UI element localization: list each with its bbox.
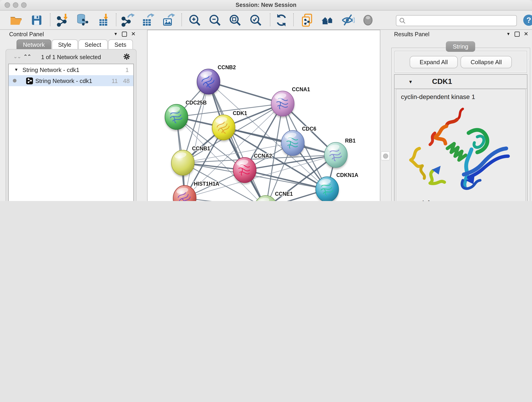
tab-network[interactable]: Network xyxy=(17,39,51,50)
save-floppy-icon xyxy=(30,14,43,27)
network-node-CCNB2[interactable]: CCNB2 xyxy=(197,64,236,96)
network-node-HIST1H1A[interactable]: HIST1H1A xyxy=(173,181,219,201)
crosslinks-title: CrossLinks xyxy=(401,199,434,201)
node-label-CDC25B: CDC25B xyxy=(186,100,207,106)
network-node-CDK1[interactable]: CDK1 xyxy=(212,110,247,142)
zoom-fit-icon xyxy=(228,13,242,27)
panel-collapse-icon[interactable]: ▼ xyxy=(506,32,510,36)
export-image-button[interactable] xyxy=(161,13,176,27)
eye-slash-icon xyxy=(341,13,355,27)
refresh-arrows-icon xyxy=(274,13,288,27)
export-table-button[interactable] xyxy=(140,13,155,27)
gene-name: CDK1 xyxy=(432,77,452,86)
network-collection-label: String Network - cdk1 xyxy=(22,66,80,73)
tab-sets[interactable]: Sets xyxy=(108,39,133,50)
node-label-RB1: RB1 xyxy=(345,138,355,144)
network-node-CDKN1A[interactable]: CDKN1A xyxy=(316,172,358,201)
right-splitter-handle[interactable] xyxy=(381,151,390,160)
panel-close-icon[interactable]: ✕ xyxy=(524,31,528,37)
network-status-dot xyxy=(13,79,17,83)
save-session-button[interactable] xyxy=(29,13,44,27)
open-folder-icon xyxy=(9,13,23,27)
apply-layout-button[interactable] xyxy=(274,13,289,27)
cdk1-result-card: ▼ CDK1 cyclin-dependent kinase 1 xyxy=(394,74,527,201)
node-label-CDK1: CDK1 xyxy=(233,110,247,116)
window-title: Session: New Session xyxy=(0,2,532,8)
clone-network-button[interactable] xyxy=(300,13,314,27)
node-label-CCNE1: CCNE1 xyxy=(275,191,293,197)
eye-gray-icon xyxy=(361,13,375,27)
import-network-database-button[interactable] xyxy=(75,13,90,27)
edge-count: 48 xyxy=(123,77,130,84)
svg-text:?: ? xyxy=(526,16,531,24)
search-input[interactable] xyxy=(407,17,514,24)
node-label-CDKN1A: CDKN1A xyxy=(336,172,358,178)
network-row-selected[interactable]: String Network - cdk1 11 48 xyxy=(9,75,133,86)
collection-count: 1 xyxy=(126,66,129,73)
import-network-file-button[interactable] xyxy=(56,13,70,27)
tab-select[interactable]: Select xyxy=(78,39,108,50)
cdk1-card-header[interactable]: ▼ CDK1 xyxy=(394,75,527,89)
help-button[interactable]: ? xyxy=(521,13,532,27)
houses-icon xyxy=(321,13,335,27)
main-toolbar: ? xyxy=(0,11,532,30)
network-options-gear-icon[interactable] xyxy=(123,53,131,61)
panel-float-icon[interactable] xyxy=(515,32,520,36)
zoom-out-icon xyxy=(208,13,222,27)
toolbar-separator xyxy=(270,13,270,26)
results-panel-title: Results Panel xyxy=(394,31,429,38)
cytoscape-window: Session: New Session xyxy=(0,0,532,201)
network-tab-body: ⌄⌄ ⌃⌃ 1 of 1 Network selected ▼ String N… xyxy=(6,49,137,201)
node-label-CCNA1: CCNA1 xyxy=(292,86,310,92)
panel-collapse-icon[interactable]: ▼ xyxy=(114,32,118,36)
node-count: 11 xyxy=(112,77,118,84)
hide-selected-button[interactable] xyxy=(341,13,355,27)
string-results-tab[interactable]: String xyxy=(446,41,475,52)
zoom-in-button[interactable] xyxy=(187,13,202,27)
cdk1-card-body: cyclin-dependent kinase 1 xyxy=(396,89,526,201)
network-node-CCNA1[interactable]: CCNA1 xyxy=(271,86,310,118)
zoom-fit-button[interactable] xyxy=(228,13,242,27)
network-collection-row[interactable]: ▼ String Network - cdk1 1 xyxy=(9,64,133,75)
network-selected-status: 1 of 1 Network selected xyxy=(6,54,136,61)
import-table-icon xyxy=(97,13,110,27)
export-image-icon xyxy=(161,13,175,27)
string-network-icon xyxy=(26,77,33,84)
clone-network-icon xyxy=(300,13,314,27)
toolbar-separator xyxy=(50,13,51,26)
expand-all-button[interactable]: Expand All xyxy=(410,56,458,68)
export-network-button[interactable] xyxy=(120,13,135,27)
gene-description: cyclin-dependent kinase 1 xyxy=(401,93,475,100)
network-view-panel: CCNB2CCNA1CDC25BCDK1CDC6RB1CCNB1CCNA2CDK… xyxy=(147,30,380,201)
show-all-button[interactable] xyxy=(361,13,375,27)
tab-style[interactable]: Style xyxy=(51,39,78,50)
help-icon: ? xyxy=(522,14,532,27)
network-tree: ▼ String Network - cdk1 1 String Network… xyxy=(8,64,134,201)
network-node-CDC6[interactable]: CDC6 xyxy=(281,126,317,157)
title-bar: Session: New Session xyxy=(0,0,532,11)
network-label: String Network - cdk1 xyxy=(35,77,92,84)
first-neighbors-button[interactable] xyxy=(320,13,335,27)
string-results-body: Expand All Collapse All ▼ CDK1 cyclin-de… xyxy=(391,48,530,201)
zoom-out-button[interactable] xyxy=(208,13,222,27)
collapse-entry-icon[interactable]: ▼ xyxy=(408,79,413,84)
network-node-RB1[interactable]: RB1 xyxy=(324,138,355,169)
panel-float-icon[interactable] xyxy=(122,32,127,36)
node-label-CCNA2: CCNA2 xyxy=(254,153,272,159)
tree-expand-icon[interactable]: ▼ xyxy=(14,67,18,72)
import-network-icon xyxy=(56,13,70,27)
protein-structure-image xyxy=(403,104,523,196)
toolbar-separator xyxy=(293,13,294,26)
export-network-icon xyxy=(121,13,135,27)
open-session-button[interactable] xyxy=(9,13,23,27)
network-graph[interactable]: CCNB2CCNA1CDC25BCDK1CDC6RB1CCNB1CCNA2CDK… xyxy=(147,30,380,201)
search-field[interactable] xyxy=(396,15,517,26)
panel-close-icon[interactable]: ✕ xyxy=(131,31,136,37)
network-canvas[interactable]: CCNB2CCNA1CDC25BCDK1CDC6RB1CCNB1CCNA2CDK… xyxy=(147,30,380,201)
import-table-file-button[interactable] xyxy=(96,13,111,27)
control-panel: Control Panel ▼ ✕ NetworkStyleSelectSets… xyxy=(3,30,138,201)
collapse-all-button[interactable]: Collapse All xyxy=(461,56,512,68)
control-panel-title: Control Panel xyxy=(9,31,44,38)
zoom-selected-button[interactable] xyxy=(248,13,263,27)
search-icon xyxy=(399,17,405,24)
